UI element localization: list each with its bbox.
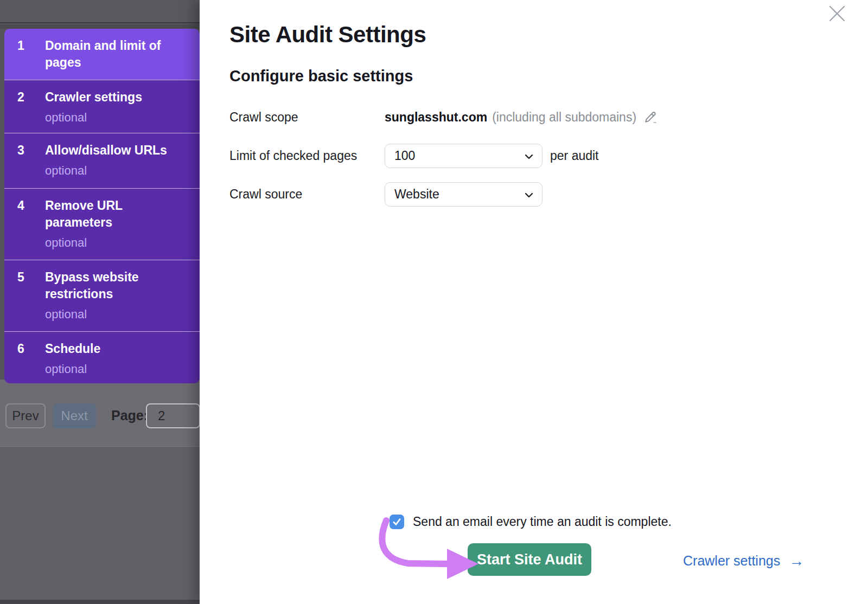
step-optional-label: optional <box>45 163 167 179</box>
limit-select-value: 100 <box>394 149 415 163</box>
limit-label: Limit of checked pages <box>229 149 385 163</box>
site-audit-settings-modal: Site Audit Settings Configure basic sett… <box>200 0 868 604</box>
crawl-source-select[interactable]: Website <box>385 182 542 207</box>
edit-pencil-icon[interactable] <box>643 110 658 125</box>
crawler-settings-link-label: Crawler settings <box>683 553 780 569</box>
start-site-audit-button[interactable]: Start Site Audit <box>468 543 591 576</box>
step-number: 6 <box>17 340 45 383</box>
step-optional-label: optional <box>45 110 142 126</box>
email-notification-row: Send an email every time an audit is com… <box>390 515 672 529</box>
step-title: Remove URL parameters <box>45 197 181 231</box>
crawl-scope-note: (including all subdomains) <box>492 110 636 125</box>
crawl-source-row: Crawl source Website <box>229 182 542 207</box>
screen: Prev Next Page: 2 1 Domain and limit of … <box>0 0 868 604</box>
checkmark-icon <box>392 517 402 527</box>
step-title: Schedule <box>45 340 100 357</box>
modal-title: Site Audit Settings <box>229 22 426 48</box>
step-number: 3 <box>17 142 45 188</box>
crawl-source-value: Website <box>394 187 439 202</box>
step-optional-label: optional <box>45 361 100 377</box>
background-band <box>0 24 200 29</box>
email-checkbox-label: Send an email every time an audit is com… <box>413 515 672 529</box>
step-number: 5 <box>17 269 45 331</box>
step-title: Allow/disallow URLs <box>45 142 167 159</box>
step-bypass-website-restrictions[interactable]: 5 Bypass website restrictions optional <box>4 260 200 331</box>
site-audit-steps-panel: 1 Domain and limit of pages 2 Crawler se… <box>4 29 200 383</box>
chevron-down-icon <box>523 151 535 163</box>
step-title: Crawler settings <box>45 89 142 106</box>
right-arrow-icon: → <box>789 554 804 569</box>
step-schedule[interactable]: 6 Schedule optional <box>4 331 200 383</box>
step-number: 4 <box>17 197 45 260</box>
background-header-band <box>0 0 200 23</box>
background-bottom-edge <box>0 600 200 604</box>
limit-of-checked-pages-row: Limit of checked pages 100 per audit <box>229 144 599 168</box>
crawl-scope-domain: sunglasshut.com <box>385 110 487 125</box>
step-title: Bypass website restrictions <box>45 269 181 303</box>
crawl-source-label: Crawl source <box>229 187 385 202</box>
crawl-scope-label: Crawl scope <box>229 110 385 125</box>
step-allow-disallow-urls[interactable]: 3 Allow/disallow URLs optional <box>4 133 200 188</box>
step-optional-label: optional <box>45 235 181 251</box>
page-label: Page: <box>111 408 148 423</box>
step-crawler-settings[interactable]: 2 Crawler settings optional <box>4 80 200 133</box>
step-title: Domain and limit of pages <box>45 37 181 71</box>
prev-button[interactable]: Prev <box>5 403 46 428</box>
step-domain-and-limit[interactable]: 1 Domain and limit of pages <box>4 29 200 80</box>
close-icon[interactable] <box>828 4 846 23</box>
email-checkbox[interactable] <box>390 515 404 529</box>
limit-select[interactable]: 100 <box>385 144 542 168</box>
next-button[interactable]: Next <box>53 403 96 428</box>
crawler-settings-link[interactable]: Crawler settings → <box>683 553 804 569</box>
per-audit-label: per audit <box>550 149 599 163</box>
step-number: 2 <box>17 89 45 133</box>
section-heading: Configure basic settings <box>229 67 413 85</box>
crawl-scope-row: Crawl scope sunglasshut.com (including a… <box>229 105 658 129</box>
step-number: 1 <box>17 37 45 80</box>
page-number-input[interactable]: 2 <box>146 403 200 428</box>
step-optional-label: optional <box>45 306 181 323</box>
chevron-down-icon <box>523 189 535 201</box>
step-remove-url-parameters[interactable]: 4 Remove URL parameters optional <box>4 188 200 260</box>
background-lower-area <box>0 446 200 604</box>
